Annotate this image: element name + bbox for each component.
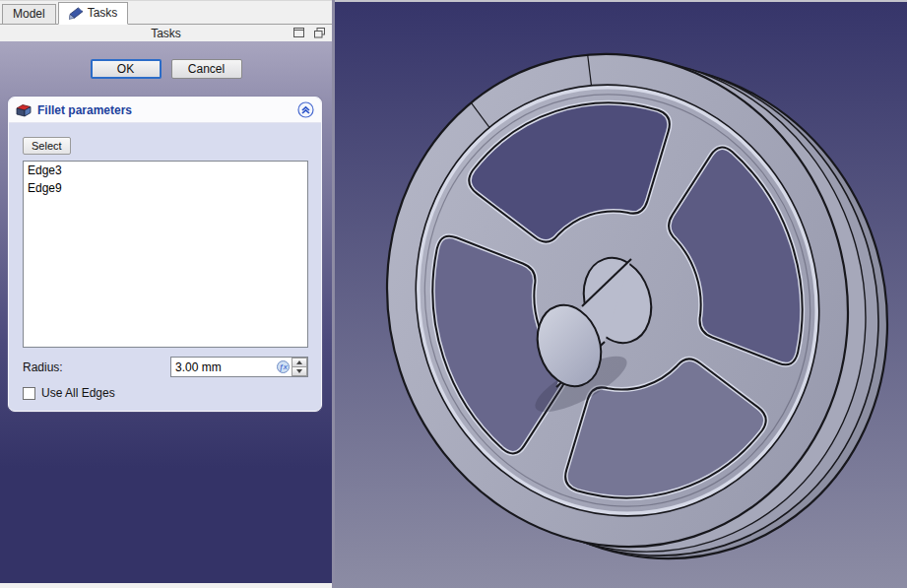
fillet-parameters-header[interactable]: Fillet parameters xyxy=(9,98,321,123)
pencil-icon xyxy=(69,7,84,20)
radius-label: Radius: xyxy=(23,360,63,374)
list-item[interactable]: Edge9 xyxy=(24,179,307,197)
collapse-icon[interactable] xyxy=(297,101,314,118)
edge-list[interactable]: Edge3 Edge9 xyxy=(23,161,308,348)
fillet-parameters-box: Fillet parameters Select Edge3 Edge9 xyxy=(8,97,322,412)
tasks-dock-titlebar: Tasks xyxy=(0,25,332,41)
use-all-edges-label: Use All Edges xyxy=(41,386,115,400)
dock-icon[interactable] xyxy=(292,27,305,38)
radius-value[interactable]: 3.00 mm xyxy=(171,360,277,374)
radius-spinner xyxy=(292,358,307,376)
ok-button[interactable]: OK xyxy=(91,59,162,79)
radius-row: Radius: 3.00 mm ƒx xyxy=(23,357,308,377)
fillet-parameters-body: Select Edge3 Edge9 Radius: 3.00 mm ƒx xyxy=(9,123,321,412)
down-arrow-icon xyxy=(296,369,302,373)
use-all-edges-row: Use All Edges xyxy=(23,386,115,400)
fillet-parameters-title: Fillet parameters xyxy=(37,103,292,117)
tasks-panel: OK Cancel Fillet parameters xyxy=(0,41,332,588)
combo-view-panel: Model Tasks Tasks xyxy=(0,0,332,588)
task-dialog-buttons: OK Cancel xyxy=(0,59,332,79)
list-item[interactable]: Edge3 xyxy=(24,162,307,179)
3d-viewport[interactable] xyxy=(335,0,907,588)
radius-input[interactable]: 3.00 mm ƒx xyxy=(170,357,308,377)
float-icon[interactable] xyxy=(313,27,326,38)
select-button[interactable]: Select xyxy=(23,137,71,155)
tab-tasks[interactable]: Tasks xyxy=(58,2,129,25)
pulley-wheel-model[interactable] xyxy=(335,2,907,588)
tab-tasks-label: Tasks xyxy=(88,6,118,20)
cancel-button[interactable]: Cancel xyxy=(171,59,242,79)
status-strip xyxy=(0,583,332,588)
spin-down-button[interactable] xyxy=(292,367,307,376)
use-all-edges-checkbox[interactable] xyxy=(23,387,35,400)
spin-up-button[interactable] xyxy=(292,358,307,367)
combo-view-tabs: Model Tasks xyxy=(0,1,332,25)
fillet-icon xyxy=(16,102,32,117)
tab-model[interactable]: Model xyxy=(2,4,56,24)
expression-icon[interactable]: ƒx xyxy=(277,360,290,373)
up-arrow-icon xyxy=(296,360,302,364)
dock-title-label: Tasks xyxy=(151,27,181,40)
freecad-window: Model Tasks Tasks xyxy=(0,0,907,588)
tab-model-label: Model xyxy=(13,7,45,21)
